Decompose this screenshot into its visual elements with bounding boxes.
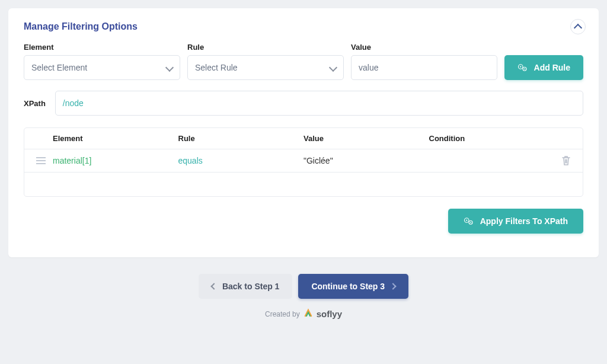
- rules-table: Element Rule Value Condition material[1]…: [24, 127, 583, 197]
- chevron-down-icon: [165, 63, 174, 72]
- element-label: Element: [24, 43, 180, 52]
- collapse-button[interactable]: [570, 19, 586, 34]
- rule-label: Rule: [187, 43, 344, 52]
- gear-icon: [464, 217, 474, 225]
- head-element: Element: [53, 134, 178, 143]
- credit: Created by soflyy: [265, 308, 342, 320]
- svg-point-7: [470, 222, 471, 223]
- apply-filters-button[interactable]: Apply Filters To XPath: [448, 209, 583, 234]
- xpath-label: XPath: [24, 99, 46, 108]
- brand-name: soflyy: [317, 309, 342, 319]
- chevron-left-icon: [210, 283, 217, 289]
- xpath-row: XPath /node: [24, 91, 583, 116]
- row-value: "Giclée": [304, 156, 429, 165]
- rule-field: Rule Select Rule: [187, 43, 344, 80]
- row-rule: equals: [178, 156, 304, 165]
- value-input[interactable]: value: [351, 55, 497, 80]
- table-spacer: [24, 173, 583, 196]
- rule-select-placeholder: Select Rule: [195, 63, 238, 72]
- nav-row: Back to Step 1 Continue to Step 3: [199, 274, 408, 299]
- value-input-placeholder: value: [359, 63, 378, 72]
- svg-point-5: [466, 219, 467, 221]
- head-value: Value: [304, 134, 429, 143]
- chevron-up-icon: [574, 23, 582, 31]
- add-rule-label: Add Rule: [534, 63, 570, 72]
- element-field: Element Select Element: [24, 43, 180, 80]
- continue-button[interactable]: Continue to Step 3: [298, 274, 408, 299]
- head-condition: Condition: [429, 134, 555, 143]
- svg-point-1: [520, 66, 521, 67]
- back-label: Back to Step 1: [222, 282, 279, 291]
- row-element: material[1]: [53, 156, 178, 165]
- value-field: Value value: [351, 43, 497, 80]
- head-rule: Rule: [178, 134, 304, 143]
- chevron-down-icon: [329, 63, 337, 72]
- xpath-value: /node: [63, 98, 84, 108]
- element-select-placeholder: Select Element: [31, 63, 87, 72]
- card-title: Manage Filtering Options: [24, 21, 583, 32]
- chevron-right-icon: [389, 283, 396, 289]
- element-select[interactable]: Select Element: [24, 55, 180, 80]
- filter-controls-row: Element Select Element Rule Select Rule …: [24, 43, 583, 80]
- delete-rule-button[interactable]: [554, 155, 578, 166]
- add-rule-button[interactable]: Add Rule: [504, 55, 583, 80]
- value-label: Value: [351, 43, 497, 52]
- rule-select[interactable]: Select Rule: [187, 55, 344, 80]
- drag-handle-icon[interactable]: [29, 157, 53, 164]
- apply-filters-label: Apply Filters To XPath: [480, 216, 568, 226]
- soflyy-logo-icon: [304, 308, 313, 320]
- footer: Back to Step 1 Continue to Step 3 Create…: [8, 274, 599, 320]
- back-button[interactable]: Back to Step 1: [199, 274, 292, 299]
- rules-table-head: Element Rule Value Condition: [24, 128, 583, 149]
- apply-row: Apply Filters To XPath: [24, 209, 583, 234]
- filtering-card: Manage Filtering Options Element Select …: [8, 8, 599, 257]
- xpath-input[interactable]: /node: [55, 91, 583, 116]
- continue-label: Continue to Step 3: [311, 282, 385, 291]
- svg-point-3: [524, 68, 525, 69]
- gear-icon: [517, 63, 528, 72]
- created-by-text: Created by: [265, 310, 300, 318]
- table-row: material[1] equals "Giclée": [24, 149, 583, 173]
